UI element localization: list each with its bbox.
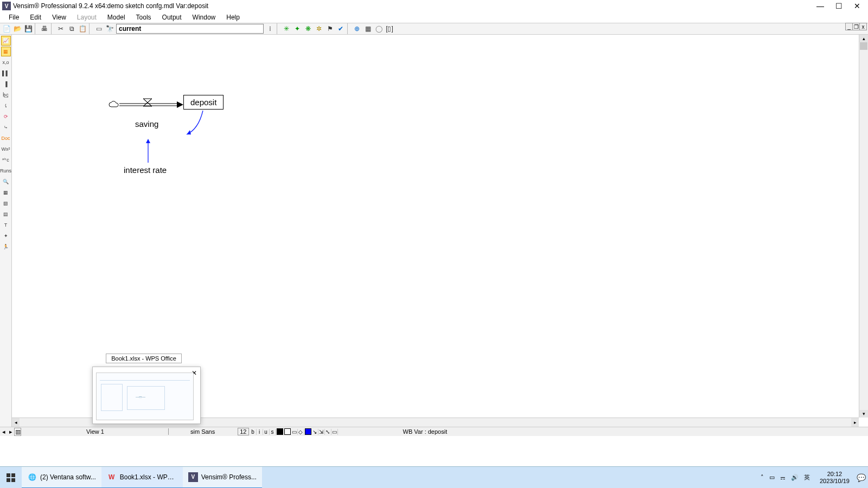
- preview-body[interactable]: ✕ —▭—: [92, 367, 201, 424]
- tray-chevron-icon[interactable]: ˄: [761, 474, 764, 481]
- aux-interest-rate[interactable]: interest rate: [124, 165, 167, 175]
- menu-view[interactable]: View: [47, 12, 72, 22]
- mdi-close-button[interactable]: x: [859, 23, 867, 30]
- wx-tool-icon[interactable]: Wx²: [1, 144, 11, 154]
- doc-tool-icon[interactable]: Doc: [1, 133, 11, 143]
- arrow-style-icon[interactable]: ↘: [312, 429, 318, 435]
- save-icon[interactable]: 💾: [23, 23, 34, 34]
- control-icon[interactable]: ⊕: [352, 23, 362, 34]
- run2-icon[interactable]: ✦: [292, 23, 303, 34]
- stock-deposit[interactable]: deposit: [183, 95, 224, 110]
- maximize-button[interactable]: ☐: [834, 2, 843, 10]
- menu-tools[interactable]: Tools: [131, 12, 157, 22]
- cut-icon[interactable]: ✂: [55, 23, 66, 34]
- mdi-restore-button[interactable]: ❐: [852, 23, 860, 30]
- view-prev-icon[interactable]: ◂: [0, 428, 7, 435]
- view-name[interactable]: View 1: [22, 428, 169, 435]
- menu-layout[interactable]: Layout: [72, 12, 102, 22]
- view-next-icon[interactable]: ▸: [7, 428, 14, 435]
- print-icon[interactable]: 🖶: [39, 23, 50, 34]
- task-edge[interactable]: 🌐 (2) Ventana softw...: [22, 467, 101, 489]
- menu-model[interactable]: Model: [102, 12, 131, 22]
- underline-button[interactable]: u: [263, 429, 270, 435]
- table-tool-icon[interactable]: ▦: [1, 47, 11, 56]
- arrow-style3-icon[interactable]: ⤡: [325, 429, 331, 435]
- tray-volume-icon[interactable]: 🔊: [791, 474, 799, 481]
- preview-thumbnail[interactable]: —▭—: [96, 373, 194, 420]
- run-icon[interactable]: ✳: [281, 23, 292, 34]
- tree-tool-icon[interactable]: ⤷: [1, 123, 11, 132]
- spark2-tool-icon[interactable]: ✦: [1, 231, 11, 241]
- cloud-source-icon[interactable]: [108, 101, 119, 108]
- set-icon[interactable]: ▭: [93, 23, 104, 34]
- open-icon[interactable]: 📂: [12, 23, 23, 34]
- arrow-style4-icon[interactable]: ▭: [331, 429, 338, 435]
- color-white-swatch[interactable]: [284, 428, 291, 435]
- bold-button[interactable]: b: [250, 429, 257, 435]
- valve-icon[interactable]: [142, 98, 153, 107]
- xo-tool-icon[interactable]: x,o: [1, 57, 11, 67]
- menu-edit[interactable]: Edit: [24, 12, 47, 22]
- bar-tool-icon[interactable]: ▌▌: [1, 68, 11, 78]
- globe-icon[interactable]: ◯: [373, 23, 384, 34]
- brackets-icon[interactable]: [▯]: [384, 23, 395, 34]
- paste-icon[interactable]: 📋: [77, 23, 88, 34]
- menu-file[interactable]: File: [3, 12, 24, 22]
- vertical-scrollbar[interactable]: ▴ ▾: [859, 35, 868, 418]
- magnify-tool-icon[interactable]: 🔍: [1, 177, 11, 187]
- tray-battery-icon[interactable]: ▭: [769, 474, 775, 481]
- check-icon[interactable]: ✔: [335, 23, 346, 34]
- abc-tool-icon[interactable]: ᵃᵇc: [1, 155, 11, 165]
- scroll-thumb-v[interactable]: [860, 42, 867, 50]
- start-button[interactable]: [0, 467, 22, 489]
- copy-icon[interactable]: ⧉: [66, 23, 77, 34]
- shape-clear-icon[interactable]: ◇: [298, 429, 304, 435]
- run-name-input[interactable]: [116, 24, 264, 34]
- new-icon[interactable]: 📄: [1, 23, 12, 34]
- causes-tool-icon[interactable]: ⤹: [1, 101, 11, 111]
- text-tool-icon[interactable]: T: [1, 220, 11, 230]
- tray-wifi-icon[interactable]: ⚎: [780, 474, 786, 481]
- mdi-minimize-button[interactable]: _: [845, 23, 853, 30]
- flag-icon[interactable]: ⚑: [324, 23, 335, 34]
- runs-tool-icon[interactable]: Runs: [1, 166, 11, 176]
- menu-window[interactable]: Window: [187, 12, 221, 22]
- tray-ime[interactable]: 英: [804, 473, 810, 481]
- view-list-icon[interactable]: ▥: [14, 428, 21, 436]
- close-button[interactable]: ✕: [853, 2, 861, 10]
- output-icon[interactable]: ▦: [362, 23, 373, 34]
- font-size[interactable]: 12: [238, 428, 248, 435]
- graph-tool-icon[interactable]: 📈: [1, 36, 11, 46]
- menu-output[interactable]: Output: [157, 12, 187, 22]
- binoculars-icon[interactable]: 🔭: [104, 23, 115, 34]
- shape-box-icon[interactable]: ▭: [291, 429, 298, 435]
- aux-saving[interactable]: saving: [135, 119, 158, 129]
- arrow-style2-icon[interactable]: ⇲: [318, 429, 325, 435]
- loop-tool-icon[interactable]: ⟳: [1, 112, 11, 121]
- font-name[interactable]: sim Sans: [190, 428, 215, 435]
- bc-tool-icon[interactable]: b͢c: [1, 90, 11, 100]
- scroll-down-icon[interactable]: ▾: [859, 410, 868, 418]
- arrow-interest-to-saving[interactable]: [144, 137, 152, 164]
- dropdown-icon[interactable]: ⁞: [265, 23, 276, 34]
- run4-icon[interactable]: ✲: [314, 23, 324, 34]
- sheet-tool-icon[interactable]: ▤: [1, 209, 11, 219]
- color-black-swatch[interactable]: [277, 428, 283, 435]
- runner-tool-icon[interactable]: 🏃: [1, 242, 11, 252]
- tray-clock[interactable]: 20:12 2023/10/19: [815, 471, 854, 485]
- arrow-deposit-out[interactable]: [182, 108, 209, 138]
- menu-help[interactable]: Help: [221, 12, 245, 22]
- scroll-up-icon[interactable]: ▴: [859, 35, 868, 42]
- scroll-left-icon[interactable]: ◂: [12, 418, 20, 427]
- color-blue-swatch[interactable]: [305, 428, 311, 435]
- tray-notifications-icon[interactable]: 💬: [854, 473, 868, 482]
- task-wps[interactable]: W Book1.xlsx - WPS...: [101, 467, 183, 489]
- strike-button[interactable]: s: [270, 429, 276, 435]
- minimize-button[interactable]: —: [816, 2, 825, 10]
- italic-button[interactable]: i: [257, 429, 263, 435]
- scroll-right-icon[interactable]: ▸: [851, 418, 859, 427]
- chart-tool-icon[interactable]: ▐: [1, 79, 11, 89]
- run3-icon[interactable]: ❋: [303, 23, 314, 34]
- task-vensim[interactable]: V Vensim® Profess...: [183, 467, 262, 489]
- hatch-tool-icon[interactable]: ▨: [1, 198, 11, 208]
